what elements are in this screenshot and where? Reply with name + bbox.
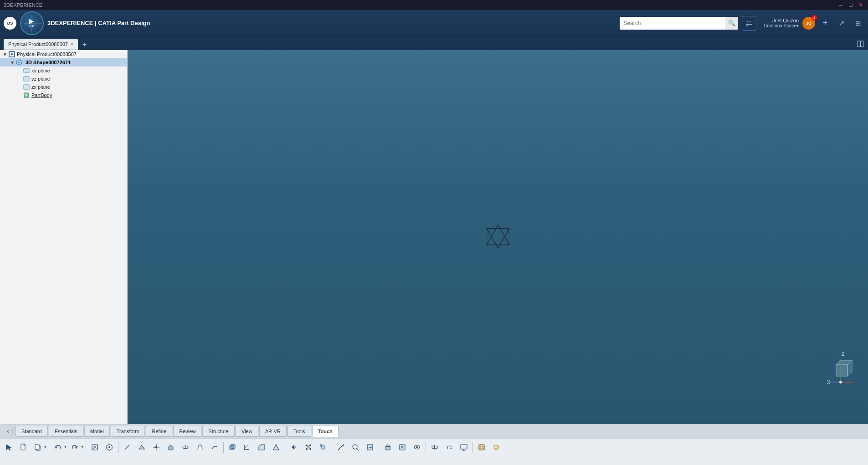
- view-iso-tool[interactable]: [381, 440, 395, 454]
- display-tool[interactable]: [457, 440, 471, 454]
- compass-button[interactable]: ▶ V.R: [20, 11, 44, 35]
- bottom-area: ‹ StandardEssentialsModelTransformRefine…: [0, 424, 868, 465]
- bottom-tab-transform[interactable]: Transform: [111, 426, 145, 437]
- boolean-tool[interactable]: [226, 440, 239, 454]
- view-front-tool[interactable]: F: [395, 440, 409, 454]
- tree-item-root[interactable]: ▼ Physical Product00088507: [0, 50, 127, 58]
- point-tool[interactable]: [149, 440, 163, 454]
- new-tab-button[interactable]: +: [80, 40, 90, 50]
- bottom-tab-structure[interactable]: Structure: [202, 426, 235, 437]
- draft-tool[interactable]: [269, 440, 283, 454]
- tag-button[interactable]: 🏷: [742, 16, 756, 31]
- search-input[interactable]: [620, 17, 725, 30]
- bottom-tab-touch[interactable]: Touch: [312, 426, 339, 437]
- bottom-tab-view[interactable]: View: [236, 426, 258, 437]
- line-tool[interactable]: [120, 440, 134, 454]
- bottom-tab-refine[interactable]: Refine: [146, 426, 172, 437]
- ds-logo: DS: [4, 17, 16, 30]
- chamfer-tool[interactable]: [255, 440, 268, 454]
- minimize-button[interactable]: ─: [837, 1, 844, 9]
- part-tool[interactable]: [103, 440, 116, 454]
- main-tab[interactable]: Physical Product00088507 ×: [4, 39, 78, 50]
- bottom-tab-standard[interactable]: Standard: [15, 426, 48, 437]
- tree-item-partbody[interactable]: PartBody: [0, 91, 127, 99]
- section-tool[interactable]: [363, 440, 377, 454]
- tree-item-shape[interactable]: ▼ 3D Shape00072671: [0, 58, 127, 66]
- sweep-tool[interactable]: [208, 440, 221, 454]
- undo-dropdown-arrow[interactable]: ▼: [64, 445, 67, 449]
- sep9: [473, 442, 473, 453]
- svg-marker-40: [273, 445, 279, 450]
- plane-tool[interactable]: [135, 440, 149, 454]
- svg-marker-42: [292, 445, 294, 449]
- plane-icon-xy: [23, 67, 30, 74]
- bottom-tab-essentials[interactable]: Essentials: [49, 426, 83, 437]
- formula-tool[interactable]: f: [442, 440, 456, 454]
- tree-item-xy[interactable]: xy plane: [0, 66, 127, 75]
- bottom-tab-review[interactable]: Review: [173, 426, 201, 437]
- sketch-tool[interactable]: [88, 440, 102, 454]
- svg-rect-68: [461, 445, 467, 449]
- header-right: Joel Quizon Common Space▾ JQ 1 + ↗ ⊞: [764, 17, 864, 30]
- sep4: [223, 442, 224, 453]
- constraint-tool[interactable]: [428, 440, 442, 454]
- mirror-tool[interactable]: [287, 440, 301, 454]
- tree-toggle-shape[interactable]: ▼: [9, 59, 15, 66]
- apps-button[interactable]: ⊞: [852, 17, 864, 30]
- panel-expand-button[interactable]: ◫: [853, 38, 868, 48]
- svg-point-1: [11, 53, 13, 55]
- close-button[interactable]: ✕: [857, 1, 864, 9]
- navigation-cube[interactable]: Z X: [822, 351, 859, 388]
- tree-toggle-zx: [16, 84, 23, 90]
- svg-marker-11: [487, 224, 509, 249]
- bottom-tab-model[interactable]: Model: [84, 426, 110, 437]
- copy-tool[interactable]: [31, 440, 45, 454]
- copy-dropdown-arrow[interactable]: ▼: [44, 445, 47, 449]
- titlebar: 3DEXPERIENCE ─ □ ✕: [0, 0, 868, 10]
- svg-point-63: [435, 446, 437, 449]
- tab-title: Physical Product00088507: [8, 41, 68, 47]
- revolve-tool[interactable]: [179, 440, 192, 454]
- tree-item-zx[interactable]: zx plane: [0, 83, 127, 91]
- tree-toggle-root[interactable]: ▼: [2, 51, 8, 57]
- main-area: ▼ Physical Product00088507 ▼ 3D Shape000…: [0, 50, 868, 424]
- toolbar-left-scroll[interactable]: ‹: [4, 428, 13, 434]
- undo-tool[interactable]: [51, 440, 65, 454]
- add-button[interactable]: +: [819, 17, 832, 30]
- analysis-tool[interactable]: [349, 440, 362, 454]
- tab-switcher: ‹ StandardEssentialsModelTransformRefine…: [0, 424, 868, 438]
- svg-marker-43: [294, 445, 296, 449]
- svg-rect-38: [231, 445, 235, 449]
- hide-show-tool[interactable]: [410, 440, 424, 454]
- tree-item-yz[interactable]: yz plane: [0, 75, 127, 83]
- search-button[interactable]: 🔍: [725, 17, 738, 30]
- redo-group: ▼: [68, 440, 84, 454]
- render-tool[interactable]: [489, 440, 503, 454]
- redo-dropdown-arrow[interactable]: ▼: [81, 445, 84, 449]
- cursor-tool[interactable]: [2, 440, 15, 454]
- svg-point-3: [19, 62, 20, 63]
- tab-close-button[interactable]: ×: [71, 42, 73, 47]
- bottom-tab-arvr[interactable]: AR-VR: [259, 426, 287, 437]
- user-avatar[interactable]: JQ 1: [802, 17, 815, 30]
- share-button[interactable]: ↗: [835, 17, 848, 30]
- nav-cube-svg: Z X: [822, 351, 859, 388]
- svg-rect-5: [24, 77, 29, 81]
- svg-rect-50: [320, 445, 322, 446]
- redo-tool[interactable]: [68, 440, 82, 454]
- space-label: Common Space▾: [764, 23, 799, 28]
- bottom-tab-tools[interactable]: Tools: [288, 426, 311, 437]
- sep7: [379, 442, 379, 453]
- new-file-tool[interactable]: [16, 440, 30, 454]
- tag-icon: 🏷: [745, 19, 753, 27]
- measure-tool[interactable]: [334, 440, 348, 454]
- fillet-tool[interactable]: [240, 440, 254, 454]
- maximize-button[interactable]: □: [847, 1, 854, 9]
- shell-tool[interactable]: [193, 440, 207, 454]
- search-container: 🔍: [620, 17, 738, 30]
- material-tool[interactable]: [475, 440, 488, 454]
- svg-rect-23: [35, 445, 39, 450]
- extrude-tool[interactable]: [164, 440, 178, 454]
- pattern-tool[interactable]: [302, 440, 315, 454]
- scale-tool[interactable]: [316, 440, 330, 454]
